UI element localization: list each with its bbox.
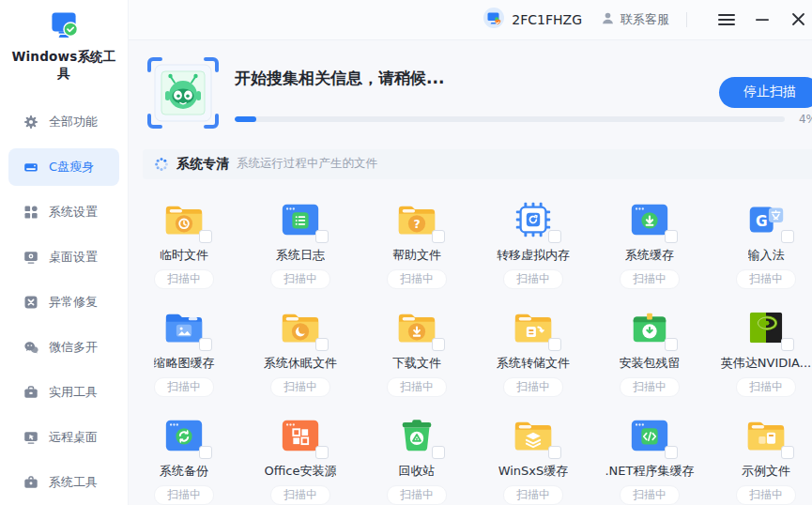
item-checkbox[interactable] xyxy=(199,338,212,351)
clean-item-office-source[interactable]: Office安装源扫描中 xyxy=(242,414,359,505)
item-checkbox[interactable] xyxy=(548,338,561,351)
clean-item-help-files[interactable]: ?帮助文件扫描中 xyxy=(359,198,475,289)
gear-icon xyxy=(23,115,38,130)
item-checkbox[interactable] xyxy=(781,338,794,351)
item-checkbox[interactable] xyxy=(315,230,329,243)
progress-fill xyxy=(235,116,256,122)
clean-item-virtual-memory[interactable]: 转移虚拟内存扫描中 xyxy=(475,198,591,289)
scan-status-badge: 扫描中 xyxy=(154,485,214,505)
folder-moon-icon xyxy=(279,306,322,349)
folder-dump-icon xyxy=(512,306,555,349)
sidebar-nav: 全部功能C盘瘦身系统设置桌面设置异常修复微信多开实用工具远程桌面系统工具 xyxy=(0,103,128,501)
item-checkbox[interactable] xyxy=(665,446,678,459)
clean-item-label: 回收站 xyxy=(399,463,436,480)
sidebar-item-label: C盘瘦身 xyxy=(49,159,94,176)
clean-item-thumbnail-cache[interactable]: 缩略图缓存扫描中 xyxy=(126,306,242,397)
clean-item-label: Office安装源 xyxy=(265,463,337,480)
sidebar-item-error-repair[interactable]: 异常修复 xyxy=(8,283,119,321)
license-chip[interactable]: 2FC1FHZG xyxy=(483,7,582,32)
clean-item-label: 帮助文件 xyxy=(392,247,441,264)
logo-block: Windows系统工具 xyxy=(0,0,128,88)
clean-item-system-cache[interactable]: 系统缓存扫描中 xyxy=(591,198,708,289)
item-checkbox[interactable] xyxy=(199,230,212,243)
sidebar-item-system-tools[interactable]: 系统工具 xyxy=(8,464,119,501)
folder-files-icon xyxy=(744,414,788,457)
clean-item-nvidia-cache[interactable]: 英伟达NVIDIA...扫描中 xyxy=(708,306,812,397)
item-checkbox[interactable] xyxy=(432,230,445,243)
contact-support[interactable]: 联系客服 xyxy=(601,11,669,28)
scan-status-badge: 扫描中 xyxy=(503,377,563,397)
clean-item-winsxs-cache[interactable]: WinSxS缓存扫描中 xyxy=(475,414,591,505)
sidebar-item-all-features[interactable]: 全部功能 xyxy=(8,103,119,141)
menu-button[interactable] xyxy=(713,7,740,33)
item-checkbox[interactable] xyxy=(781,230,794,243)
clean-item-temp-files[interactable]: 临时文件扫描中 xyxy=(126,198,242,289)
clean-items-grid: 临时文件扫描中系统日志扫描中?帮助文件扫描中转移虚拟内存扫描中系统缓存扫描中G输… xyxy=(126,198,812,505)
clean-item-system-backup[interactable]: 系统备份扫描中 xyxy=(126,414,242,505)
sidebar-item-remote-desktop[interactable]: 远程桌面 xyxy=(8,419,119,456)
progress-percent: 4% xyxy=(794,113,812,126)
scan-status-badge: 扫描中 xyxy=(270,269,330,289)
item-checkbox[interactable] xyxy=(432,338,445,351)
sidebar-item-system-settings[interactable]: 系统设置 xyxy=(8,193,119,231)
clean-item-label: 系统休眠文件 xyxy=(264,355,337,372)
clean-item-dump-files[interactable]: 系统转储文件扫描中 xyxy=(475,306,591,397)
item-checkbox[interactable] xyxy=(781,446,794,459)
person-icon xyxy=(601,11,615,28)
toolbox-icon xyxy=(23,385,38,400)
clean-item-sample-files[interactable]: 示例文件扫描中 xyxy=(708,414,812,505)
item-checkbox[interactable] xyxy=(315,338,329,351)
spinner-icon xyxy=(154,157,169,172)
folder-clock-icon xyxy=(162,198,206,241)
stop-scan-button[interactable]: 停止扫描 xyxy=(719,77,812,108)
sidebar-item-c-drive-slim[interactable]: C盘瘦身 xyxy=(8,148,119,186)
clean-item-hibernation-file[interactable]: 系统休眠文件扫描中 xyxy=(242,306,359,397)
item-checkbox[interactable] xyxy=(548,230,561,243)
item-checkbox[interactable] xyxy=(665,230,678,243)
clean-item-label: 系统转储文件 xyxy=(497,355,570,372)
clean-item-installer-residue[interactable]: 安装包残留扫描中 xyxy=(591,306,708,397)
minimize-button[interactable] xyxy=(749,7,775,33)
grid-icon xyxy=(23,205,38,220)
scan-status-badge: 扫描中 xyxy=(270,377,330,397)
sidebar-item-wechat-multi[interactable]: 微信多开 xyxy=(8,329,119,366)
sidebar-item-desktop-settings[interactable]: 桌面设置 xyxy=(8,238,119,276)
sidebar-item-utility-tools[interactable]: 实用工具 xyxy=(8,374,119,411)
titlebar: 2FC1FHZG 联系客服 xyxy=(129,0,812,40)
close-button[interactable] xyxy=(785,7,811,33)
item-checkbox[interactable] xyxy=(199,446,212,459)
clean-item-recycle-bin[interactable]: 回收站扫描中 xyxy=(359,414,475,505)
clean-item-dotnet-cache[interactable]: .NET程序集缓存扫描中 xyxy=(591,414,708,505)
sidebar-item-label: 远程桌面 xyxy=(49,429,98,446)
close-icon xyxy=(791,12,805,26)
item-checkbox[interactable] xyxy=(548,446,561,459)
clean-item-system-logs[interactable]: 系统日志扫描中 xyxy=(242,198,359,289)
clean-item-label: WinSxS缓存 xyxy=(498,463,569,480)
item-checkbox[interactable] xyxy=(665,338,678,351)
desktop-icon xyxy=(23,250,38,265)
app-title: Windows系统工具 xyxy=(6,49,122,83)
scan-status-badge: 扫描中 xyxy=(387,377,447,397)
clean-item-download-files[interactable]: 下载文件扫描中 xyxy=(359,306,475,397)
main-area: 2FC1FHZG 联系客服 xyxy=(129,0,812,505)
scan-status-badge: 扫描中 xyxy=(154,377,214,397)
recycle-bin-icon xyxy=(395,414,438,457)
window-download-icon xyxy=(628,198,671,241)
scan-status-badge: 扫描中 xyxy=(503,269,563,289)
hamburger-icon xyxy=(717,12,736,27)
item-checkbox[interactable] xyxy=(432,446,445,459)
office-icon xyxy=(279,414,322,457)
scan-robot-icon xyxy=(143,53,223,133)
progress-track xyxy=(235,116,785,122)
scan-status-badge: 扫描中 xyxy=(736,377,796,397)
clean-item-label: 临时文件 xyxy=(160,247,208,264)
nvidia-icon xyxy=(744,306,788,349)
app-window: Windows系统工具 全部功能C盘瘦身系统设置桌面设置异常修复微信多开实用工具… xyxy=(0,0,812,505)
clean-item-input-method[interactable]: G输入法扫描中 xyxy=(708,198,812,289)
sidebar-item-label: 全部功能 xyxy=(49,114,98,130)
window-code-icon xyxy=(628,414,671,457)
license-shield-icon xyxy=(483,7,505,32)
clean-item-label: 输入法 xyxy=(748,247,785,264)
sidebar-item-label: 实用工具 xyxy=(49,384,98,401)
item-checkbox[interactable] xyxy=(315,446,329,459)
